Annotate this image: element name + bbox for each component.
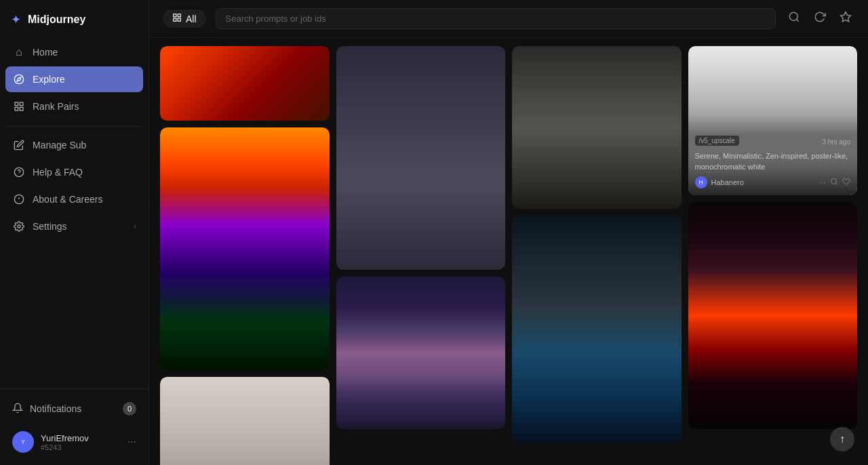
sidebar-item-settings[interactable]: Settings › (5, 214, 143, 239)
sidebar-item-explore[interactable]: Explore (5, 66, 143, 92)
gallery: /v5_upscale 3 hrs ago Serene, Minimalist… (149, 38, 868, 465)
card-search-icon[interactable] (830, 178, 838, 188)
gallery-item-ghost[interactable] (336, 46, 506, 270)
tab-all[interactable]: All (163, 9, 206, 28)
explore-icon (12, 73, 26, 86)
gallery-item-robot[interactable] (512, 216, 682, 443)
gallery-item-pyramid[interactable] (688, 202, 858, 429)
app-logo[interactable]: ✦ Midjourney (0, 0, 149, 37)
refresh-icon[interactable] (811, 8, 829, 29)
sidebar-item-settings-label: Settings (33, 221, 67, 232)
sidebar-item-explore-label: Explore (33, 74, 64, 85)
search-placeholder: Search prompts or job ids (226, 14, 326, 24)
sidebar-item-rank-pairs[interactable]: Rank Pairs (5, 94, 143, 119)
search-bar[interactable]: Search prompts or job ids (216, 8, 776, 29)
nav-divider-1 (5, 126, 143, 127)
tab-all-label: All (186, 14, 197, 24)
sidebar-item-about-label: About & Careers (33, 194, 103, 205)
gallery-item-castle-sunset[interactable] (160, 127, 330, 370)
svg-marker-1 (17, 77, 21, 81)
card-time: 3 hrs ago (822, 138, 850, 146)
sidebar-item-home-label: Home (33, 47, 58, 58)
sidebar-nav: ⌂ Home Explore Rank Pairs Manage Sub (0, 37, 149, 388)
bell-icon (12, 403, 23, 416)
settings-left: Settings (12, 220, 67, 233)
card-overlay: /v5_upscale 3 hrs ago Serene, Minimalist… (688, 115, 858, 195)
svg-rect-16 (178, 18, 180, 21)
main-content: All Search prompts or job ids (149, 0, 868, 465)
notifications-badge: 0 (123, 402, 136, 416)
chevron-right-icon: › (134, 222, 136, 231)
card-avatar: H (695, 176, 707, 188)
svg-rect-14 (174, 14, 176, 17)
rank-pairs-icon (12, 100, 26, 113)
sidebar-item-about-careers[interactable]: About & Careers (5, 186, 143, 212)
card-heart-icon[interactable] (842, 178, 850, 188)
app-name: Midjourney (28, 14, 85, 26)
manage-sub-icon (12, 138, 26, 152)
topbar-icons (785, 8, 854, 29)
user-row[interactable]: Y YuriEfremov #5243 ··· (5, 426, 143, 458)
card-more-icon[interactable]: ··· (819, 178, 826, 187)
svg-rect-15 (178, 14, 180, 17)
svg-rect-5 (15, 107, 18, 110)
avatar: Y (12, 431, 34, 453)
sparkle-icon[interactable] (837, 8, 854, 29)
card-actions: ··· (819, 178, 850, 188)
svg-point-11 (18, 225, 20, 228)
logo-icon: ✦ (11, 12, 21, 27)
user-name: YuriEfremov (41, 433, 121, 443)
notifications-item[interactable]: Notifications 0 (5, 396, 143, 422)
tab-all-icon (172, 13, 182, 24)
settings-icon (12, 220, 26, 233)
card-description: Serene, Minimalistic, Zen-inspired, post… (695, 151, 851, 172)
masonry-grid: /v5_upscale 3 hrs ago Serene, Minimalist… (160, 46, 857, 465)
sidebar-item-home[interactable]: ⌂ Home (5, 39, 143, 65)
topbar: All Search prompts or job ids (149, 0, 868, 38)
sidebar-item-rank-pairs-label: Rank Pairs (33, 101, 79, 112)
svg-marker-20 (841, 12, 851, 22)
svg-rect-4 (20, 107, 23, 110)
gallery-item-astronaut[interactable] (336, 277, 506, 429)
about-icon (12, 193, 26, 206)
help-icon (12, 165, 26, 179)
search-icon[interactable] (785, 8, 803, 29)
user-info: YuriEfremov #5243 (41, 433, 121, 451)
sidebar-item-manage-sub-label: Manage Sub (33, 140, 86, 150)
gallery-item-top-left[interactable] (160, 46, 330, 121)
card-footer: H Habanero ··· (695, 176, 851, 188)
user-tag: #5243 (41, 443, 121, 451)
user-more-icon[interactable]: ··· (127, 436, 136, 448)
sidebar: ✦ Midjourney ⌂ Home Explore Rank Pairs (0, 0, 149, 465)
gallery-item-stone-face[interactable] (512, 46, 682, 209)
notifications-label: Notifications (30, 403, 81, 414)
scroll-up-icon: ↑ (840, 433, 845, 445)
svg-point-0 (14, 75, 23, 83)
scroll-top-button[interactable]: ↑ (830, 427, 854, 451)
sidebar-item-help-label: Help & FAQ (33, 167, 83, 178)
card-tag: /v5_upscale (695, 136, 739, 146)
svg-line-19 (796, 19, 798, 21)
card-author: Habanero (711, 178, 815, 186)
svg-rect-2 (15, 102, 18, 106)
sidebar-item-manage-sub[interactable]: Manage Sub (5, 132, 143, 158)
svg-point-21 (831, 178, 837, 184)
sidebar-bottom: Notifications 0 Y YuriEfremov #5243 ··· (0, 388, 149, 465)
svg-line-22 (835, 183, 837, 184)
gallery-item-statue[interactable] (160, 377, 330, 465)
svg-rect-17 (174, 18, 176, 21)
svg-point-18 (789, 12, 797, 20)
gallery-item-floating-island[interactable]: /v5_upscale 3 hrs ago Serene, Minimalist… (688, 46, 858, 195)
svg-rect-3 (20, 102, 23, 106)
home-icon: ⌂ (12, 45, 26, 59)
sidebar-item-help-faq[interactable]: Help & FAQ (5, 159, 143, 185)
svg-text:Y: Y (21, 439, 25, 445)
